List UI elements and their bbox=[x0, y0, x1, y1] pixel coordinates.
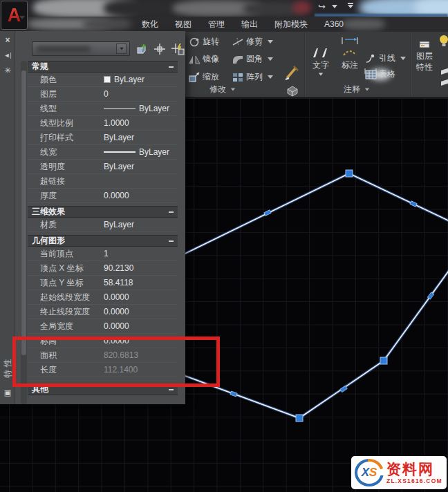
trim-button[interactable]: 修剪 bbox=[232, 36, 273, 48]
autocad-logo: A bbox=[8, 6, 21, 25]
section-3d-effects[interactable]: 三维效果 bbox=[28, 206, 178, 218]
collapse-icon[interactable] bbox=[169, 211, 174, 213]
combo-dropdown-button[interactable] bbox=[116, 44, 127, 54]
row-thickness[interactable]: 厚度 0.0000 bbox=[28, 189, 178, 203]
section-general[interactable]: 常规 bbox=[28, 61, 178, 73]
row-label: 超链接 bbox=[28, 176, 104, 187]
text-flyout-icon bbox=[319, 73, 323, 76]
tab-output[interactable]: 输出 bbox=[236, 19, 263, 30]
palette-bottom-icon[interactable]: ▣ bbox=[0, 388, 15, 397]
pickadd-icon bbox=[136, 43, 148, 55]
color-swatch bbox=[104, 76, 111, 83]
row-plot-style[interactable]: 打印样式 ByLayer bbox=[28, 131, 178, 145]
palette-scrollbar-thumb[interactable] bbox=[21, 70, 26, 355]
section-geometry-title: 几何图形 bbox=[32, 235, 65, 247]
row-current-vertex[interactable]: 当前顶点 1 bbox=[28, 247, 178, 261]
palette-close-icon[interactable]: × bbox=[0, 35, 15, 45]
modify-panel-expand-icon bbox=[231, 88, 235, 91]
array-label: 阵列 bbox=[246, 71, 263, 83]
collapse-icon[interactable] bbox=[169, 66, 174, 68]
application-menu-button[interactable]: A bbox=[1, 1, 28, 30]
table-button[interactable]: 表格 bbox=[365, 68, 395, 80]
array-button[interactable]: 阵列 bbox=[232, 71, 273, 83]
mirror-icon bbox=[188, 54, 200, 65]
row-value: 0.0000 bbox=[104, 321, 178, 331]
row-hyperlink[interactable]: 超链接 bbox=[28, 174, 178, 189]
leader-label: 引线 bbox=[379, 53, 395, 64]
row-label: 线宽 bbox=[28, 146, 104, 158]
text-button[interactable]: 文字 bbox=[310, 47, 332, 76]
trim-icon bbox=[232, 37, 244, 48]
row-vertex-y[interactable]: 顶点 Y 坐标 58.4118 bbox=[28, 276, 178, 290]
row-color[interactable]: 颜色 ByLayer bbox=[28, 73, 178, 87]
row-lineweight[interactable]: 线宽 ByLayer bbox=[28, 145, 178, 160]
row-label: 材质 bbox=[28, 219, 104, 231]
quick-access-dropdown-icon[interactable] bbox=[332, 5, 337, 8]
tab-addins[interactable]: 附加模块 bbox=[269, 19, 313, 30]
scale-button[interactable]: 缩放 bbox=[188, 71, 219, 83]
select-objects-icon bbox=[153, 43, 166, 55]
fillet-flyout-icon[interactable] bbox=[268, 57, 273, 61]
layer-properties-button[interactable]: 图层特性 bbox=[413, 40, 436, 73]
layer-properties-icon bbox=[418, 40, 431, 50]
row-global-width[interactable]: 全局宽度 0.0000 bbox=[28, 319, 178, 334]
leader-flyout-icon[interactable] bbox=[400, 57, 406, 60]
row-start-width[interactable]: 起始线段宽度 0.0000 bbox=[28, 290, 178, 305]
scale-icon bbox=[188, 72, 200, 83]
row-label: 厚度 bbox=[28, 190, 104, 202]
row-layer[interactable]: 图层 0 bbox=[28, 87, 178, 102]
partial-tool-icon bbox=[440, 66, 448, 90]
row-value: 0.0000 bbox=[104, 191, 178, 200]
row-value: ByLayer bbox=[114, 75, 144, 84]
mirror-label: 镜像 bbox=[203, 53, 219, 65]
object-type-select[interactable] bbox=[32, 41, 130, 56]
lightbulb-icon[interactable] bbox=[438, 35, 448, 47]
tab-view[interactable]: 视图 bbox=[169, 19, 197, 30]
quick-select-button[interactable] bbox=[170, 41, 185, 56]
fillet-button[interactable]: 圆角 bbox=[232, 53, 273, 65]
annotate-panel-text: 注释 bbox=[344, 84, 360, 95]
scale-label: 缩放 bbox=[203, 71, 219, 83]
collapse-icon[interactable] bbox=[169, 240, 174, 242]
dimension-button[interactable]: 标注 bbox=[338, 36, 362, 71]
table-icon bbox=[365, 69, 377, 79]
toggle-pickadd-button[interactable] bbox=[134, 41, 149, 56]
watermark-title: 资料网 bbox=[386, 462, 442, 476]
blurred-combo-text bbox=[37, 46, 91, 53]
row-transparency[interactable]: 透明度 ByLayer bbox=[28, 160, 178, 174]
row-label: 终止线段宽度 bbox=[28, 306, 104, 318]
erase-brush-icon[interactable] bbox=[284, 65, 299, 80]
palette-autohide-icon[interactable]: ◄| bbox=[0, 50, 15, 60]
text-label: 文字 bbox=[312, 59, 329, 71]
modify-panel-label[interactable]: 修改 bbox=[209, 84, 236, 95]
toolbar-options-icon[interactable] bbox=[348, 5, 353, 8]
palette-settings-icon[interactable]: ✳ bbox=[0, 66, 15, 75]
trim-flyout-icon[interactable] bbox=[268, 40, 273, 44]
row-vertex-x[interactable]: 顶点 X 坐标 90.2130 bbox=[28, 261, 178, 276]
leader-button[interactable]: 引线 bbox=[365, 53, 406, 64]
array-flyout-icon[interactable] bbox=[268, 75, 273, 79]
row-value: 0.0000 bbox=[104, 307, 178, 316]
tab-parametric[interactable]: 数化 bbox=[136, 19, 164, 30]
row-value: 90.2130 bbox=[104, 263, 178, 273]
row-linetype[interactable]: 线型 ByLayer bbox=[28, 102, 178, 116]
select-objects-button[interactable] bbox=[152, 41, 167, 56]
cube-icon[interactable] bbox=[285, 84, 299, 97]
tab-manage[interactable]: 管理 bbox=[203, 19, 230, 30]
rotate-button[interactable]: 旋转 bbox=[188, 36, 219, 48]
row-material[interactable]: 材质 ByLayer bbox=[28, 218, 178, 232]
mirror-button[interactable]: 镜像 bbox=[188, 53, 219, 65]
row-linetype-scale[interactable]: 线型比例 1.0000 bbox=[28, 116, 178, 131]
tab-a360[interactable]: A360 bbox=[319, 19, 349, 29]
lineweight-sample bbox=[104, 151, 136, 153]
redo-icon[interactable]: ↪ bbox=[318, 1, 326, 12]
row-end-width[interactable]: 终止线段宽度 0.0000 bbox=[28, 305, 178, 319]
collapse-icon[interactable] bbox=[169, 389, 174, 390]
watermark-url: ZL.XS1616.COM bbox=[386, 477, 442, 484]
fillet-icon bbox=[232, 54, 244, 65]
section-geometry[interactable]: 几何图形 bbox=[28, 235, 178, 247]
annotate-panel-label[interactable]: 注释 bbox=[344, 84, 370, 95]
watermark-logo-icon: XS bbox=[355, 459, 384, 486]
row-value: ByLayer bbox=[104, 162, 178, 171]
row-value: 58.4118 bbox=[104, 278, 178, 287]
